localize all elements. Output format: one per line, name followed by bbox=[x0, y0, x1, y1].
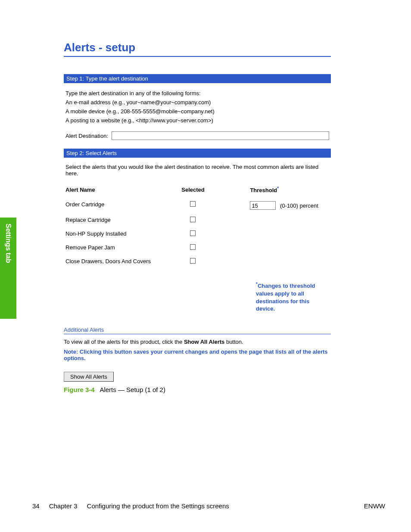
step1-example-3: A posting to a website (e.g., <http://ww… bbox=[65, 117, 329, 124]
footer-page-number: 34 bbox=[32, 502, 40, 510]
col-threshold: Threshold* bbox=[250, 184, 329, 198]
figure-caption: Figure 3-4 Alerts — Setup (1 of 2) bbox=[64, 386, 331, 393]
checkbox-paper-jam[interactable] bbox=[190, 244, 196, 250]
alert-name: Non-HP Supply Installed bbox=[65, 227, 181, 241]
table-row: Non-HP Supply Installed bbox=[65, 227, 329, 241]
threshold-suffix: (0-100) percent bbox=[280, 202, 318, 209]
alert-name: Order Cartridge bbox=[65, 198, 181, 213]
additional-note: Note: Clicking this button saves your cu… bbox=[64, 348, 331, 361]
additional-line1: To view all of the alerts for this produ… bbox=[64, 339, 331, 345]
additional-alerts-header: Additional Alerts bbox=[64, 327, 331, 334]
step1-example-1: An e-mail address (e.g., your~name@your~… bbox=[65, 99, 329, 106]
page-footer: 34 Chapter 3 Configuring the product fro… bbox=[32, 502, 385, 510]
table-row: Replace Cartridge bbox=[65, 213, 329, 227]
show-all-alerts-button[interactable]: Show All Alerts bbox=[64, 372, 114, 382]
checkbox-replace-cartridge[interactable] bbox=[190, 217, 196, 222]
asterisk-icon: * bbox=[277, 186, 279, 191]
footer-chapter: Chapter 3 bbox=[49, 502, 78, 510]
checkbox-close-drawers[interactable] bbox=[190, 258, 196, 264]
page-title: Alerts - setup bbox=[64, 41, 331, 57]
alert-name: Remove Paper Jam bbox=[65, 241, 181, 255]
table-row: Remove Paper Jam bbox=[65, 241, 329, 255]
figure-text: Alerts — Setup (1 of 2) bbox=[100, 386, 165, 393]
step2-header: Step 2: Select Alerts bbox=[64, 149, 331, 158]
step2-body: Select the alerts that you would like th… bbox=[64, 158, 331, 317]
col-alert-name: Alert Name bbox=[65, 184, 181, 198]
alert-destination-label: Alert Destination: bbox=[65, 133, 108, 139]
col-selected: Selected bbox=[181, 184, 250, 198]
alert-destination-input[interactable] bbox=[112, 131, 329, 140]
side-tab-settings: Settings tab bbox=[0, 218, 16, 319]
threshold-input[interactable] bbox=[250, 201, 276, 210]
checkbox-non-hp-supply[interactable] bbox=[190, 230, 196, 236]
step1-header: Step 1: Type the alert destination bbox=[64, 74, 331, 83]
step2-intro: Select the alerts that you would like th… bbox=[65, 164, 329, 177]
alert-name: Replace Cartridge bbox=[65, 213, 181, 227]
step1-intro: Type the alert destination in any of the… bbox=[65, 90, 329, 96]
footer-right: ENWW bbox=[364, 502, 385, 510]
footer-chapter-title: Configuring the product from the Setting… bbox=[87, 502, 229, 510]
additional-alerts-body: To view all of the alerts for this produ… bbox=[64, 339, 331, 382]
table-row: Order Cartridge (0-100) percent bbox=[65, 198, 329, 213]
step1-body: Type the alert destination in any of the… bbox=[64, 83, 331, 149]
table-row: Close Drawers, Doors And Covers bbox=[65, 255, 329, 268]
threshold-note: *Changes to threshold values apply to al… bbox=[256, 281, 329, 313]
alert-name: Close Drawers, Doors And Covers bbox=[65, 255, 181, 268]
alerts-table: Alert Name Selected Threshold* Order Car… bbox=[65, 184, 329, 268]
checkbox-order-cartridge[interactable] bbox=[190, 201, 196, 207]
step1-example-2: A mobile device (e.g., 208-555-5555@mobi… bbox=[65, 108, 329, 115]
figure-label: Figure 3-4 bbox=[64, 386, 95, 393]
page-content: Alerts - setup Step 1: Type the alert de… bbox=[64, 41, 331, 393]
